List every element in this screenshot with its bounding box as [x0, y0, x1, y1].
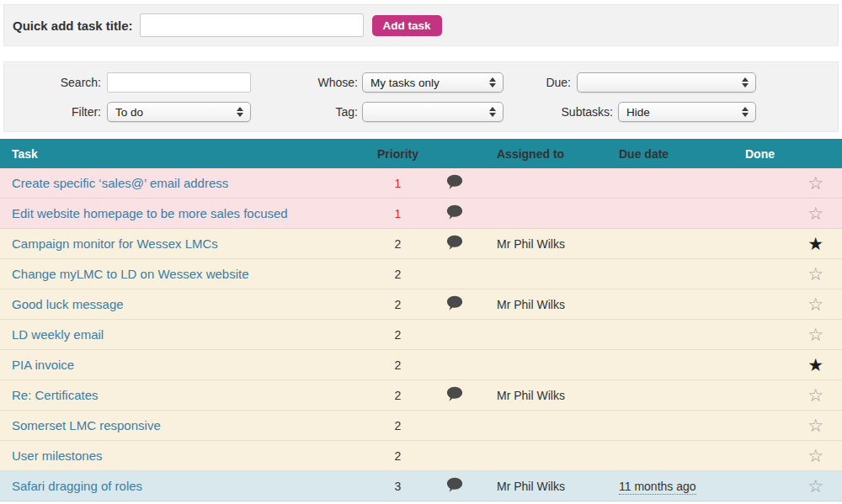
column-header-priority: Priority	[366, 147, 429, 161]
filter-select-value: To do	[115, 106, 143, 119]
table-row: Edit website homepage to be more sales f…	[0, 199, 842, 229]
comment-icon[interactable]	[446, 204, 463, 220]
priority-value: 3	[366, 480, 429, 493]
select-arrows-icon	[489, 107, 496, 117]
task-link[interactable]: Safari dragging of roles	[12, 479, 142, 493]
due-select[interactable]	[577, 72, 756, 93]
task-link[interactable]: Good luck message	[12, 297, 124, 311]
task-link[interactable]: LD weekly email	[12, 327, 104, 342]
due-date[interactable]: 11 months ago	[619, 480, 696, 495]
comment-icon[interactable]	[446, 477, 463, 493]
table-row: Somerset LMC responsive 2 ☆	[0, 411, 842, 441]
table-row: Re: Certificates 2 Mr Phil Wilks ☆	[0, 380, 842, 411]
search-label: Search:	[17, 72, 101, 93]
star-toggle[interactable]: ☆	[807, 416, 823, 435]
select-arrows-icon	[742, 77, 749, 88]
subtasks-select-value: Hide	[626, 106, 650, 119]
task-link[interactable]: Campaign monitor for Wessex LMCs	[12, 236, 218, 251]
task-link[interactable]: Create specific ‘sales@’ email address	[12, 176, 228, 190]
column-header-task: Task	[0, 147, 366, 161]
table-row: Good luck message 2 Mr Phil Wilks ☆	[0, 289, 842, 320]
quick-add-bar: Quick add task title: Add task	[3, 4, 839, 46]
table-row: Campaign monitor for Wessex LMCs 2 Mr Ph…	[0, 229, 842, 259]
priority-value: 2	[366, 358, 429, 372]
task-table: Task Priority Assigned to Due date Done …	[0, 139, 842, 501]
task-link[interactable]: Somerset LMC responsive	[12, 418, 161, 432]
star-toggle[interactable]: ☆	[807, 325, 823, 344]
subtasks-label: Subtasks:	[520, 102, 613, 122]
due-label: Due:	[487, 72, 571, 93]
task-link[interactable]: Re: Certificates	[12, 388, 99, 402]
table-row: User milestones 2 ☆	[0, 441, 842, 471]
star-toggle[interactable]: ☆	[807, 264, 823, 284]
whose-select-value: My tasks only	[370, 77, 440, 89]
priority-value: 2	[366, 237, 429, 251]
star-toggle[interactable]: ☆	[807, 173, 823, 193]
priority-value: 2	[366, 268, 429, 281]
comment-icon[interactable]	[446, 235, 463, 251]
filter-panel: Search: Whose: My tasks only Due: Filter…	[3, 61, 839, 132]
star-toggle[interactable]: ★	[807, 234, 823, 253]
whose-label: Whose:	[274, 72, 358, 93]
task-link[interactable]: Edit website homepage to be more sales f…	[12, 206, 288, 220]
tag-label: Tag:	[274, 102, 358, 122]
task-link[interactable]: Change myLMC to LD on Wessex website	[12, 267, 249, 281]
comment-icon[interactable]	[446, 386, 463, 402]
priority-value: 1	[366, 177, 429, 190]
column-header-assigned: Assigned to	[480, 147, 606, 161]
tag-select[interactable]	[362, 102, 504, 122]
select-arrows-icon	[237, 107, 243, 117]
search-input[interactable]	[107, 72, 251, 93]
assigned-to: Mr Phil Wilks	[480, 480, 606, 493]
table-row: PIA invoice 2 ★	[0, 350, 842, 380]
priority-value: 2	[366, 328, 429, 342]
table-row: Change myLMC to LD on Wessex website 2 ☆	[0, 259, 842, 289]
table-row: LD weekly email 2 ☆	[0, 320, 842, 350]
star-toggle[interactable]: ☆	[807, 476, 823, 496]
whose-select[interactable]: My tasks only	[362, 72, 504, 93]
priority-value: 2	[366, 419, 429, 432]
star-toggle[interactable]: ☆	[807, 385, 823, 405]
comment-icon[interactable]	[446, 295, 463, 311]
select-arrows-icon	[742, 107, 749, 117]
filter-select[interactable]: To do	[107, 102, 251, 122]
star-toggle[interactable]: ☆	[807, 204, 823, 223]
table-header: Task Priority Assigned to Due date Done	[0, 139, 842, 168]
priority-value: 2	[366, 389, 429, 402]
assigned-to: Mr Phil Wilks	[480, 237, 606, 251]
quick-add-label: Quick add task title:	[13, 19, 133, 33]
task-link[interactable]: PIA invoice	[12, 358, 74, 372]
table-row: Create specific ‘sales@’ email address 1…	[0, 168, 842, 199]
table-row: Safari dragging of roles 3 Mr Phil Wilks…	[0, 471, 842, 501]
comment-icon[interactable]	[446, 174, 463, 190]
star-toggle[interactable]: ☆	[807, 294, 823, 314]
priority-value: 2	[366, 298, 429, 311]
priority-value: 1	[366, 207, 429, 220]
filter-label: Filter:	[17, 102, 101, 122]
priority-value: 2	[366, 449, 429, 463]
star-toggle[interactable]: ★	[807, 355, 823, 374]
subtasks-select[interactable]: Hide	[618, 102, 756, 122]
assigned-to: Mr Phil Wilks	[480, 298, 606, 311]
assigned-to: Mr Phil Wilks	[480, 389, 606, 402]
star-toggle[interactable]: ☆	[807, 446, 823, 465]
column-header-done: Done	[733, 147, 842, 161]
quick-add-input[interactable]	[140, 13, 364, 37]
add-task-button[interactable]: Add task	[372, 15, 442, 36]
column-header-due: Due date	[606, 147, 733, 161]
task-link[interactable]: User milestones	[12, 448, 103, 463]
